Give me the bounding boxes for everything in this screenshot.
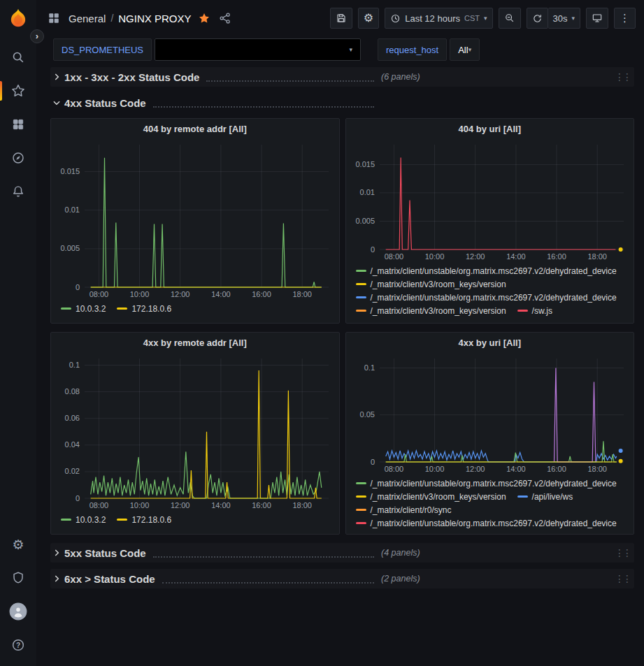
legend-item[interactable]: 172.18.0.6 <box>117 303 171 316</box>
dashboard-row-1xx-3xx-2xx[interactable]: 1xx - 3xx - 2xx Status Code (6 panels) ⋮… <box>50 67 634 87</box>
sidebar-item-dashboards[interactable] <box>0 108 36 141</box>
svg-text:0.1: 0.1 <box>69 361 80 369</box>
refresh-interval-dropdown[interactable]: 30s ▾ <box>548 8 581 29</box>
sidebar-nav-top <box>0 41 36 208</box>
chart-404-by-uri[interactable]: 08:0010:0012:0014:0016:0018:0000.0050.01… <box>350 139 629 263</box>
sidebar-item-explore[interactable] <box>0 141 36 175</box>
chart-legend: /_matrix/client/unstable/org.matrix.msc2… <box>346 476 634 529</box>
dashboard-canvas: 1xx - 3xx - 2xx Status Code (6 panels) ⋮… <box>36 63 644 666</box>
svg-text:14:00: 14:00 <box>506 252 526 261</box>
clock-icon <box>390 13 401 24</box>
sidebar-expand-button[interactable]: › <box>30 29 44 43</box>
svg-text:0.01: 0.01 <box>65 205 80 214</box>
dotted-leader <box>206 73 374 82</box>
variable-value-datasource[interactable]: ▾ <box>155 38 361 61</box>
svg-text:0.05: 0.05 <box>359 410 374 419</box>
dashboard-variables-bar: DS_PROMETHEUS ▾ request_host All ▾ <box>36 36 644 63</box>
sidebar-item-profile[interactable] <box>0 595 36 628</box>
sidebar-item-starred[interactable] <box>0 74 36 108</box>
variable-label-request-host[interactable]: request_host <box>378 38 447 61</box>
sidebar-item-server-admin[interactable] <box>0 561 36 595</box>
svg-text:14:00: 14:00 <box>211 290 231 298</box>
panel-title[interactable]: 4xx by remote addr [All] <box>51 333 339 353</box>
grafana-logo-icon[interactable] <box>6 7 30 31</box>
sidebar-item-search[interactable] <box>0 41 36 74</box>
svg-text:08:00: 08:00 <box>384 252 403 261</box>
svg-text:0.015: 0.015 <box>355 160 375 168</box>
chart-404-by-remote-addr[interactable]: 08:0010:0012:0014:0016:0018:0000.0050.01… <box>55 139 334 301</box>
row-title: 4xx Status Code <box>64 97 146 109</box>
dashboard-grid-icon <box>46 10 62 26</box>
sidebar-item-configuration[interactable]: ⚙ <box>0 528 36 561</box>
legend-item[interactable]: /_matrix/client/unstable/org.matrix.msc2… <box>356 517 617 529</box>
svg-text:0.01: 0.01 <box>359 188 374 196</box>
panel-4xx-by-remote-addr: 4xx by remote addr [All] 08:0010:0012:00… <box>50 332 340 535</box>
refresh-icon <box>532 13 543 24</box>
svg-text:08:00: 08:00 <box>384 465 403 473</box>
zoom-out-time-button[interactable] <box>499 8 521 29</box>
dashboard-row-5xx[interactable]: 5xx Status Code (4 panels) ⋮⋮ <box>50 543 634 563</box>
sidebar-item-help[interactable]: ? <box>0 628 36 662</box>
panel-grid-row-2: 4xx by remote addr [All] 08:0010:0012:00… <box>50 332 634 535</box>
panel-title[interactable]: 4xx by uri [All] <box>346 333 634 353</box>
dashboard-row-4xx[interactable]: 4xx Status Code <box>50 93 634 113</box>
sidebar-item-alerting[interactable] <box>0 175 36 208</box>
drag-handle-icon[interactable]: ⋮⋮ <box>615 71 634 82</box>
refresh-button[interactable] <box>527 8 548 29</box>
chart-4xx-by-remote-addr[interactable]: 08:0010:0012:0014:0016:0018:0000.020.040… <box>55 353 334 512</box>
svg-text:0.005: 0.005 <box>60 244 80 252</box>
panel-grid-row-1: 404 by remote addr [All] 08:0010:0012:00… <box>50 118 634 324</box>
avatar-icon <box>9 602 27 621</box>
legend-item[interactable]: /_matrix/client/unstable/org.matrix.msc2… <box>356 265 617 278</box>
legend-item[interactable]: /_matrix/client/unstable/org.matrix.msc2… <box>356 477 617 491</box>
svg-text:12:00: 12:00 <box>171 501 190 509</box>
timezone-badge: CST <box>464 14 480 22</box>
breadcrumb-section[interactable]: General <box>69 13 106 24</box>
legend-item[interactable]: /_matrix/client/v3/room_keys/version <box>356 305 506 317</box>
chart-4xx-by-uri[interactable]: 08:0010:0012:0014:0016:0018:0000.050.1 <box>350 353 629 476</box>
search-icon <box>10 50 26 65</box>
svg-text:12:00: 12:00 <box>465 465 485 473</box>
dashboard-row-6xx[interactable]: 6xx > Status Code (2 panels) ⋮⋮ <box>50 569 634 588</box>
chevron-down-icon <box>52 98 62 108</box>
svg-text:16:00: 16:00 <box>252 290 271 298</box>
legend-item[interactable]: 10.0.3.2 <box>61 514 106 527</box>
legend-item[interactable]: 10.0.3.2 <box>61 303 106 316</box>
legend-item[interactable]: /sw.js <box>517 305 552 317</box>
svg-text:0.04: 0.04 <box>65 440 80 449</box>
legend-item[interactable]: /api/live/ws <box>517 491 573 504</box>
zoom-out-icon <box>504 13 515 24</box>
favorite-star-button[interactable] <box>196 10 212 26</box>
panel-title[interactable]: 404 by uri [All] <box>346 119 634 139</box>
drag-handle-icon[interactable]: ⋮⋮ <box>615 573 634 584</box>
legend-item[interactable]: 172.18.0.6 <box>117 514 171 527</box>
cycle-view-mode-button[interactable] <box>586 8 608 29</box>
legend-item[interactable]: /_matrix/client/v3/room_keys/version <box>356 278 506 291</box>
legend-item[interactable]: /_matrix/client/v3/room_keys/version <box>356 491 506 504</box>
panel-404-by-remote-addr: 404 by remote addr [All] 08:0010:0012:00… <box>50 118 340 324</box>
main-area: General / NGINX PROXY <box>36 0 644 666</box>
star-icon <box>10 83 26 99</box>
svg-text:0.02: 0.02 <box>65 467 80 475</box>
share-icon <box>219 12 231 24</box>
legend-item[interactable]: /_matrix/client/unstable/org.matrix.msc2… <box>356 291 617 305</box>
svg-text:12:00: 12:00 <box>465 252 485 261</box>
dashboard-settings-button[interactable]: ⚙ <box>358 8 379 29</box>
drag-handle-icon[interactable]: ⋮⋮ <box>615 547 634 558</box>
svg-text:16:00: 16:00 <box>252 501 271 509</box>
legend-item[interactable]: /_matrix/client/r0/sync <box>356 504 452 517</box>
variable-label-ds-prometheus[interactable]: DS_PROMETHEUS <box>53 38 152 61</box>
variable-value-request-host[interactable]: All ▾ <box>450 38 480 61</box>
save-dashboard-button[interactable] <box>330 8 352 29</box>
svg-text:0: 0 <box>370 458 374 466</box>
svg-text:?: ? <box>16 642 20 649</box>
chevron-down-icon: ▾ <box>484 15 487 22</box>
svg-text:0.1: 0.1 <box>364 363 374 372</box>
share-button[interactable] <box>217 10 233 26</box>
panel-title[interactable]: 404 by remote addr [All] <box>51 119 339 139</box>
svg-text:12:00: 12:00 <box>171 290 190 298</box>
breadcrumb-dashboard-title[interactable]: NGINX PROXY <box>118 13 191 24</box>
kebab-menu-button[interactable]: ⋮ <box>614 8 636 29</box>
help-circle-icon: ? <box>10 637 26 653</box>
time-range-picker[interactable]: Last 12 hours CST ▾ <box>385 8 492 29</box>
